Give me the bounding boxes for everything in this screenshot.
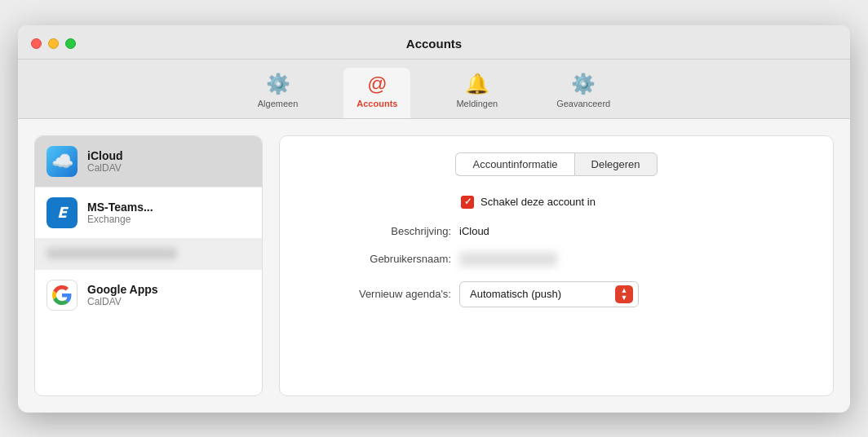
main-content: ☁️ iCloud CalDAV 𝗘 MS-Teams... Exchange: [18, 119, 850, 413]
gebruikersnaam-value: [459, 252, 557, 267]
msteams-type: Exchange: [87, 214, 153, 225]
at-icon: @: [367, 73, 387, 95]
msteams-icon: 𝗘: [46, 197, 78, 228]
google-info: Google Apps CalDAV: [87, 283, 158, 307]
tab-algemeen[interactable]: ⚙️ Algemeen: [245, 68, 312, 118]
vernieuw-dropdown[interactable]: Automatisch (push) ▲ ▼: [459, 281, 639, 307]
account-item-google[interactable]: Google Apps CalDAV: [35, 270, 262, 320]
blurred-account-bar: [46, 248, 177, 259]
icloud-name: iCloud: [87, 149, 123, 162]
maximize-button[interactable]: [65, 38, 76, 49]
tab-geavanceerd-label: Geavanceerd: [556, 99, 610, 108]
icloud-info: iCloud CalDAV: [87, 149, 123, 174]
vernieuw-row: Vernieuw agenda's: Automatisch (push) ▲ …: [304, 281, 808, 307]
tab-accountinformatie-label: Accountinformatie: [472, 158, 557, 170]
window-title: Accounts: [31, 37, 837, 51]
account-item-other[interactable]: [35, 239, 262, 270]
tab-delegeren-label: Delegeren: [591, 158, 640, 170]
account-item-msteams[interactable]: 𝗘 MS-Teams... Exchange: [35, 188, 262, 239]
account-detail-panel: Accountinformatie Delegeren Schakel deze…: [279, 135, 834, 396]
google-icon: [46, 280, 78, 311]
google-type: CalDAV: [87, 296, 158, 307]
enable-account-row: Schakel deze account in: [304, 196, 808, 209]
account-item-icloud[interactable]: ☁️ iCloud CalDAV: [35, 136, 262, 188]
tab-meldingen[interactable]: 🔔 Meldingen: [443, 68, 511, 118]
beschrijving-label: Beschrijving:: [304, 225, 451, 237]
dropdown-arrows-icon: ▲ ▼: [615, 285, 633, 303]
advanced-gear-icon: ⚙️: [571, 73, 596, 95]
close-button[interactable]: [31, 38, 42, 49]
enable-account-checkbox[interactable]: [461, 196, 474, 209]
gear-icon: ⚙️: [266, 73, 290, 95]
msteams-info: MS-Teams... Exchange: [87, 201, 153, 225]
google-name: Google Apps: [87, 283, 158, 296]
icloud-icon: ☁️: [46, 146, 78, 177]
main-window: Accounts ⚙️ Algemeen @ Accounts 🔔 Meldin…: [18, 25, 850, 413]
tab-accounts[interactable]: @ Accounts: [343, 68, 410, 118]
tab-accountinformatie[interactable]: Accountinformatie: [455, 152, 574, 176]
tab-algemeen-label: Algemeen: [258, 99, 299, 108]
tab-delegeren[interactable]: Delegeren: [574, 152, 658, 176]
title-bar: Accounts: [18, 25, 850, 60]
vernieuw-label: Vernieuw agenda's:: [304, 288, 451, 300]
vernieuw-dropdown-value: Automatisch (push): [470, 288, 609, 300]
enable-account-label: Schakel deze account in: [480, 196, 596, 208]
icloud-type: CalDAV: [87, 162, 123, 174]
traffic-lights: [31, 38, 76, 49]
panel-tabs: Accountinformatie Delegeren: [304, 152, 808, 176]
tab-accounts-label: Accounts: [356, 99, 397, 108]
tab-geavanceerd[interactable]: ⚙️ Geavanceerd: [543, 68, 623, 118]
minimize-button[interactable]: [48, 38, 59, 49]
gebruikersnaam-label: Gebruikersnaam:: [304, 253, 451, 265]
beschrijving-value: iCloud: [459, 225, 489, 237]
gebruikersnaam-row: Gebruikersnaam:: [304, 252, 808, 267]
accounts-sidebar: ☁️ iCloud CalDAV 𝗘 MS-Teams... Exchange: [34, 135, 263, 396]
msteams-name: MS-Teams...: [87, 201, 153, 214]
tab-meldingen-label: Meldingen: [456, 99, 498, 108]
toolbar: ⚙️ Algemeen @ Accounts 🔔 Meldingen ⚙️ Ge…: [18, 60, 850, 119]
beschrijving-row: Beschrijving: iCloud: [304, 225, 808, 237]
bell-icon: 🔔: [465, 73, 489, 95]
